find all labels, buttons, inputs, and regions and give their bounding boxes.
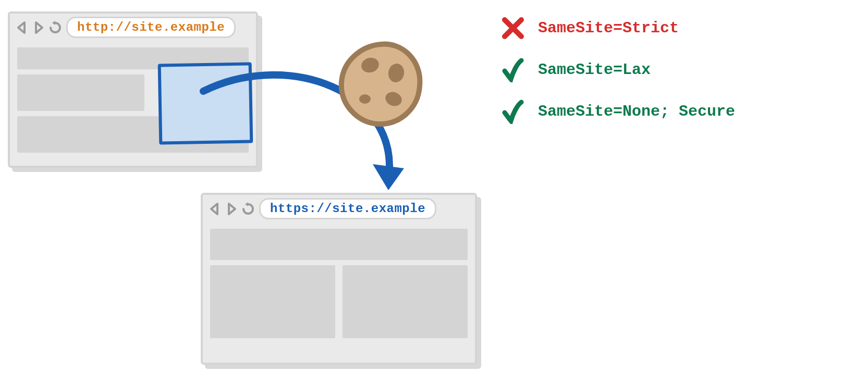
- reload-icon: [48, 21, 62, 34]
- check-icon: [500, 57, 525, 82]
- check-icon: [500, 99, 525, 124]
- legend-label: SameSite=Strict: [538, 19, 679, 37]
- content-placeholder: [210, 229, 468, 260]
- legend-label: SameSite=Lax: [538, 61, 651, 79]
- target-browser-window: https://site.example: [201, 193, 477, 365]
- legend-row-none: SameSite=None; Secure: [500, 99, 735, 124]
- legend-row-lax: SameSite=Lax: [500, 57, 735, 82]
- nav-buttons: [208, 202, 255, 216]
- url-bar: https://site.example: [259, 198, 436, 219]
- browser-toolbar: http://site.example: [10, 14, 256, 42]
- nav-buttons: [15, 21, 62, 34]
- source-browser-window: http://site.example: [8, 11, 258, 168]
- back-icon: [15, 21, 29, 34]
- legend-label: SameSite=None; Secure: [538, 103, 735, 120]
- forward-icon: [32, 21, 45, 34]
- back-icon: [208, 202, 222, 216]
- content-placeholder: [210, 265, 335, 338]
- cross-icon: [500, 16, 525, 41]
- browser-toolbar: https://site.example: [203, 195, 475, 224]
- forward-icon: [225, 202, 238, 216]
- cookie-icon: [334, 36, 427, 130]
- content-placeholder: [17, 75, 144, 111]
- cross-site-link-box: [158, 62, 253, 144]
- reload-icon: [241, 202, 255, 216]
- legend-row-strict: SameSite=Strict: [500, 16, 735, 41]
- url-bar: http://site.example: [66, 17, 236, 38]
- samesite-legend: SameSite=Strict SameSite=Lax SameSite=No…: [500, 16, 735, 124]
- page-content: [203, 224, 475, 345]
- content-placeholder: [343, 265, 468, 338]
- svg-point-3: [359, 94, 371, 104]
